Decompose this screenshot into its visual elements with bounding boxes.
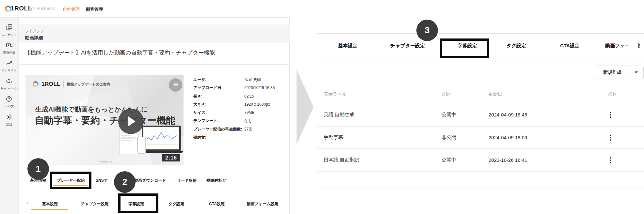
- content-icon: [6, 24, 13, 32]
- sidebar-item-label: 設定: [6, 122, 12, 127]
- brand-logo-icon: [5, 6, 11, 12]
- column-header-label: 表示ラベル: [324, 86, 347, 103]
- meta-value: 1920 x 1080px: [244, 100, 270, 109]
- thumbnail-copyright: ©Humay3 Inc.: [98, 160, 113, 163]
- meta-row-user: ユーザ:福尾 史郎: [193, 76, 288, 84]
- meta-row-filesize: サイズ:79MB: [193, 109, 288, 117]
- subtab-cta-settings[interactable]: CTA設定: [209, 201, 225, 207]
- updated-date: 2023-10-26 16:41: [489, 149, 527, 171]
- divider: [63, 81, 64, 87]
- video-metadata: ユーザ:福尾 史郎 アップロード日:2023/10/26 16:35 長さ:02…: [193, 76, 288, 142]
- status-badge: 公開中: [442, 103, 456, 126]
- status-badge: 公開中: [442, 149, 456, 171]
- table-row[interactable]: 手動字幕 非公開 2024-04-09 18:09: [317, 127, 644, 149]
- thumbnail-brand: 1ROLL: [41, 81, 60, 87]
- zoom-arrow: [297, 69, 314, 145]
- subtab-video-form-settings[interactable]: 動画フォーム設定: [247, 201, 279, 207]
- sidebar-item-help[interactable]: ヘルプ: [5, 96, 14, 109]
- brand-name: 1ROLL: [11, 5, 32, 12]
- chevron-left-icon[interactable]: [25, 201, 29, 206]
- meta-label: 大きさ:: [193, 100, 244, 109]
- meta-label: 要約文:: [193, 133, 244, 142]
- video-create-icon: [6, 42, 13, 50]
- tab-overflow-fade: [615, 34, 638, 58]
- meta-label: 長さ:: [193, 92, 244, 100]
- sidebar: コンテンツ 動画作成 インサイト キャンペーン ヘルプ 設定: [0, 18, 19, 214]
- updated-date: 2024-04-09 18:45: [489, 103, 527, 126]
- meta-row-playcount: プレーヤー配信の再生回数:27回: [193, 125, 288, 133]
- meta-label: テンプレート:: [193, 117, 244, 125]
- tab-view-analytics[interactable]: 視聴解析: [206, 178, 226, 183]
- thumbnail-heading-large: 自動字幕・要約・チャプター機能: [35, 114, 175, 127]
- sidebar-item-content[interactable]: コンテンツ: [2, 24, 17, 37]
- active-subtab-underline: [31, 209, 68, 210]
- gear-icon: [6, 114, 13, 122]
- app-header: 1ROLL for Business 自社管理 顧客管理: [0, 0, 290, 18]
- nav-own-management[interactable]: 自社管理: [63, 7, 80, 12]
- kebab-menu-button[interactable]: [606, 127, 616, 148]
- table-empty-row: [317, 172, 644, 188]
- kebab-menu-button[interactable]: [606, 103, 616, 126]
- sidebar-item-label: ヘルプ: [5, 104, 14, 109]
- thumbnail-tagline: 機能アップデートのご案内: [67, 82, 110, 87]
- meta-value: 02:15: [244, 92, 254, 100]
- external-link-icon: [223, 178, 226, 183]
- breadcrumb-library-link[interactable]: ライブラリ: [25, 29, 43, 34]
- kebab-menu-button[interactable]: [606, 149, 616, 171]
- insight-icon: [6, 60, 13, 68]
- play-button[interactable]: [118, 109, 144, 134]
- sidebar-item-campaign[interactable]: キャンペーン: [0, 78, 18, 91]
- app-window: 1ROLL for Business 自社管理 顧客管理 コンテンツ 動画作成 …: [0, 0, 290, 214]
- panel-tab-tag-settings[interactable]: タグ設定: [507, 43, 526, 49]
- table-row[interactable]: 英語 自動生成 公開中 2024-04-09 18:45: [317, 103, 644, 127]
- sidebar-item-settings[interactable]: 設定: [6, 114, 13, 127]
- meta-value: なし: [244, 117, 252, 125]
- table-header-row: 表示ラベル 公開 更新日 操作: [317, 86, 644, 103]
- meta-value: 27回: [244, 125, 252, 133]
- thumbnail-logo: 1ROLL 機能アップデートのご案内: [33, 81, 110, 87]
- new-subtitle-dropdown-button[interactable]: [629, 66, 643, 79]
- tab-label: 視聴解析: [206, 178, 222, 183]
- tab-lead-capture[interactable]: リード取得: [177, 178, 197, 183]
- meta-value: 79MB: [244, 109, 254, 117]
- table-row[interactable]: 日本語 自動翻訳 公開中 2023-10-26 16:41: [317, 149, 644, 172]
- highlight-box-subtitle-subtab: [118, 193, 158, 213]
- column-header-visibility: 公開: [442, 86, 451, 103]
- brand-suffix: for Business: [30, 6, 55, 11]
- video-player-thumbnail[interactable]: 1ROLL 機能アップデートのご案内 生成AI機能で動画をもっとかんたんに 自動…: [25, 75, 184, 165]
- column-header-actions: 操作: [608, 86, 617, 103]
- status-badge: 非公開: [442, 127, 456, 148]
- callout-step-1: 1: [27, 158, 49, 180]
- meta-row-upload-date: アップロード日:2023/10/26 16:35: [193, 84, 288, 92]
- new-subtitle-button[interactable]: 新規作成: [596, 66, 629, 79]
- screenshot-root: 1ROLL for Business 自社管理 顧客管理 コンテンツ 動画作成 …: [0, 0, 644, 214]
- panel-tab-chapter-settings[interactable]: チャプター設定: [390, 43, 425, 49]
- sidebar-item-label: キャンペーン: [0, 86, 18, 91]
- callout-step-2: 2: [114, 171, 136, 193]
- nav-customer-management[interactable]: 顧客管理: [86, 7, 103, 12]
- meta-row-template: テンプレート:なし: [193, 117, 288, 125]
- meta-label: サイズ:: [193, 109, 244, 117]
- highlight-box-player-distribution: [50, 172, 91, 189]
- panel-tab-cta-settings[interactable]: CTA設定: [560, 43, 580, 49]
- highlight-box-panel-subtitle-tab: [440, 38, 489, 58]
- campaign-icon: [6, 78, 13, 86]
- subtab-chapter-settings[interactable]: チャプター設定: [81, 201, 108, 207]
- subtab-basic-settings[interactable]: 基本設定: [42, 201, 58, 207]
- help-icon: [6, 96, 12, 104]
- meta-label: プレーヤー配信の再生回数:: [193, 125, 244, 133]
- subtab-tag-settings[interactable]: タグ設定: [169, 201, 185, 207]
- player-playlist-button[interactable]: [169, 78, 182, 92]
- subtitle-label: 手動字幕: [324, 127, 343, 148]
- sidebar-item-video-create[interactable]: 動画作成: [3, 42, 15, 55]
- panel-tab-basic-settings[interactable]: 基本設定: [338, 43, 358, 49]
- sidebar-item-insight[interactable]: インサイト: [2, 60, 17, 73]
- tab-video-download[interactable]: 動画ダウンロード: [134, 178, 166, 183]
- meta-value: 福尾 史郎: [244, 76, 261, 84]
- chevron-right-icon[interactable]: [636, 42, 641, 49]
- subtitle-label: 日本語 自動翻訳: [324, 149, 359, 171]
- callout-step-3: 3: [416, 20, 438, 41]
- tab-sns[interactable]: SNSア: [96, 178, 108, 183]
- subtitle-label: 英語 自動生成: [324, 103, 354, 126]
- brand-logo-icon: [33, 81, 39, 87]
